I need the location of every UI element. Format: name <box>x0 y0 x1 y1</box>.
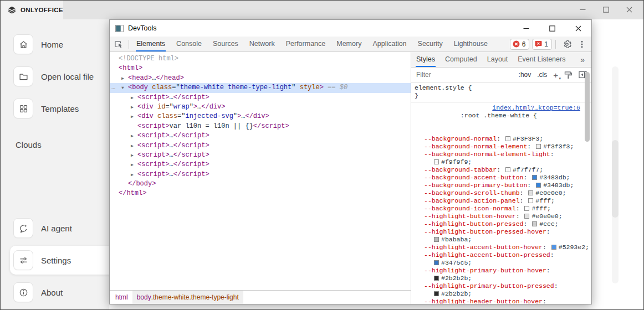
sidebar-item-home[interactable]: Home <box>0 28 109 60</box>
devtools-menu-button[interactable] <box>575 40 587 49</box>
app-minimize-button[interactable] <box>571 0 594 19</box>
css-property[interactable]: --background-action-panel: #fff; <box>415 197 588 205</box>
css-property[interactable]: --background-primary-button: #3483db; <box>415 182 588 189</box>
issues-badge[interactable]: 1 <box>532 39 552 50</box>
sidebar-item-ai-agent[interactable]: AI agent <box>0 212 109 244</box>
tree-node[interactable]: ▶<div class="injected-svg">…</div> <box>110 112 411 121</box>
sidebar-item-templates[interactable]: Templates <box>0 92 109 125</box>
expand-arrow-icon[interactable]: ▶ <box>121 74 124 83</box>
color-swatch[interactable] <box>532 175 537 180</box>
styles-scrollbar-thumb[interactable] <box>585 72 590 142</box>
expand-arrow-icon[interactable]: ▶ <box>131 131 134 141</box>
devtools-tab-lighthouse[interactable]: Lighthouse <box>448 37 493 51</box>
color-swatch[interactable] <box>434 260 439 265</box>
color-swatch[interactable] <box>532 221 537 226</box>
css-property-value-line[interactable]: #3475c5; <box>415 259 588 267</box>
tree-node[interactable]: <!DOCTYPE html> <box>110 54 411 64</box>
css-property[interactable]: --highlight-accent-button-hover: #5293e2… <box>415 244 588 251</box>
tree-node[interactable]: </html> <box>110 189 411 198</box>
devtools-tab-performance[interactable]: Performance <box>280 37 331 51</box>
app-maximize-button[interactable] <box>594 0 617 19</box>
css-property[interactable]: --highlight-button-hover: #e0e0e0; <box>415 213 588 220</box>
css-property[interactable]: --highlight-button-pressed-hover: <box>415 228 588 236</box>
styles-filter-input[interactable] <box>415 70 515 79</box>
sidebar-item-open-local-file[interactable]: Open local file <box>0 60 109 92</box>
devtools-tab-elements[interactable]: Elements <box>131 37 171 51</box>
expand-arrow-icon[interactable]: ▶ <box>131 102 134 112</box>
tree-node[interactable]: <script>var l10n = l10n || {}</script> <box>110 122 411 131</box>
sidebar-item-about[interactable]: About <box>0 276 109 308</box>
element-style-block[interactable]: element.style { } <box>411 82 591 102</box>
css-property[interactable]: --background-normal: #F3F3F3; <box>415 135 588 143</box>
css-property[interactable]: --background-normal-element: #f3f3f3; <box>415 143 588 151</box>
css-property[interactable]: --highlight-accent-button-pressed: <box>415 251 588 259</box>
expand-arrow-icon[interactable]: ▶ <box>131 112 134 121</box>
devtools-tab-sources[interactable]: Sources <box>207 37 244 51</box>
tree-node[interactable]: ▶<head>…</head> <box>110 74 411 83</box>
color-swatch[interactable] <box>528 198 533 203</box>
styles-tab-event-listeners[interactable]: Event Listeners <box>513 52 570 67</box>
css-property[interactable]: --highlight-header-button-hover: <box>415 298 588 304</box>
inspect-element-button[interactable] <box>110 40 127 49</box>
css-property[interactable]: --highlight-primary-button-pressed: <box>415 282 588 290</box>
color-swatch[interactable] <box>434 291 439 296</box>
more-tabs-button[interactable]: » <box>580 55 591 64</box>
app-scrollbar-thumb[interactable] <box>612 140 619 218</box>
breadcrumb-item[interactable]: body.theme-white.theme-type-light <box>132 291 243 304</box>
css-property[interactable]: --background-normal-element-light: <box>415 151 588 158</box>
styles-tab-computed[interactable]: Computed <box>440 52 482 67</box>
tree-node[interactable]: ▶<script>…</script> <box>110 93 411 102</box>
color-swatch[interactable] <box>434 276 439 281</box>
devtools-maximize-button[interactable] <box>539 20 565 37</box>
color-swatch[interactable] <box>524 214 529 219</box>
css-property-value-line[interactable]: #2b2b2b; <box>415 290 588 298</box>
css-property[interactable]: --highlight-button-pressed: #ccc; <box>415 220 588 228</box>
devtools-close-button[interactable] <box>565 20 591 37</box>
css-property-value-line[interactable]: #f9f9f9; <box>415 158 588 166</box>
tree-node[interactable]: ▶<script>…</script> <box>110 170 411 179</box>
css-property[interactable]: --highlight-primary-button-hover: <box>415 267 588 275</box>
rule-selector[interactable]: :root .theme-white { <box>461 112 537 119</box>
color-swatch[interactable] <box>524 206 529 211</box>
color-swatch[interactable] <box>536 144 541 149</box>
new-style-rule-button[interactable]: + ▾ <box>553 71 558 79</box>
color-swatch[interactable] <box>505 136 510 141</box>
devtools-settings-button[interactable] <box>559 40 575 49</box>
rule-source-link[interactable]: index.html?…ktop=true:6 <box>492 104 580 112</box>
errors-badge[interactable]: 6 <box>510 39 530 50</box>
toggle-class-button[interactable]: .cls <box>537 71 547 79</box>
app-close-button[interactable] <box>617 0 641 19</box>
expand-arrow-icon[interactable]: ▶ <box>131 141 134 151</box>
css-property[interactable]: --background-icon-normal: #fff; <box>415 205 588 213</box>
tree-node[interactable]: …▼<body class="theme-white theme-type-li… <box>110 83 411 92</box>
devtools-tab-memory[interactable]: Memory <box>331 37 367 51</box>
color-swatch[interactable] <box>528 190 533 195</box>
devtools-tab-network[interactable]: Network <box>244 37 280 51</box>
breadcrumb-item[interactable]: html <box>111 291 132 304</box>
color-swatch[interactable] <box>434 159 439 164</box>
color-swatch[interactable] <box>551 245 556 250</box>
css-property[interactable]: --background-accent-button: #3483db; <box>415 174 588 182</box>
devtools-tab-console[interactable]: Console <box>171 37 207 51</box>
tree-node[interactable]: ▶<script>…</script> <box>110 151 411 160</box>
css-property-value-line[interactable]: #bababa; <box>415 236 588 244</box>
app-logo-tab[interactable]: ONLYOFFICE <box>0 0 63 19</box>
color-swatch[interactable] <box>434 237 439 242</box>
expand-arrow-icon[interactable]: ▶ <box>131 93 134 102</box>
styles-tab-styles[interactable]: Styles <box>411 52 440 67</box>
rendering-emulation-button[interactable] <box>564 71 573 79</box>
expand-arrow-icon[interactable]: ▶ <box>131 151 134 160</box>
tree-node[interactable]: ▶<script>…</script> <box>110 141 411 151</box>
css-property[interactable]: --background-scroll-thumb: #e0e0e0; <box>415 189 588 197</box>
expand-arrow-icon[interactable]: ▶ <box>131 160 134 169</box>
toggle-hover-state-button[interactable]: :hov <box>519 71 531 79</box>
tree-node[interactable]: ▶<script>…</script> <box>110 160 411 169</box>
tree-node[interactable]: ▶<div id="wrap">…</div> <box>110 102 411 112</box>
expand-arrow-icon[interactable]: ▶ <box>131 170 134 179</box>
tree-node[interactable]: <html> <box>110 64 411 73</box>
css-property[interactable]: --background-tabbar: #f7f7f7; <box>415 166 588 174</box>
styles-tab-layout[interactable]: Layout <box>482 52 513 67</box>
sidebar-item-settings[interactable]: Settings <box>0 244 109 276</box>
collapse-arrow-icon[interactable]: ▼ <box>121 83 124 92</box>
tree-node[interactable]: </body> <box>110 179 411 189</box>
